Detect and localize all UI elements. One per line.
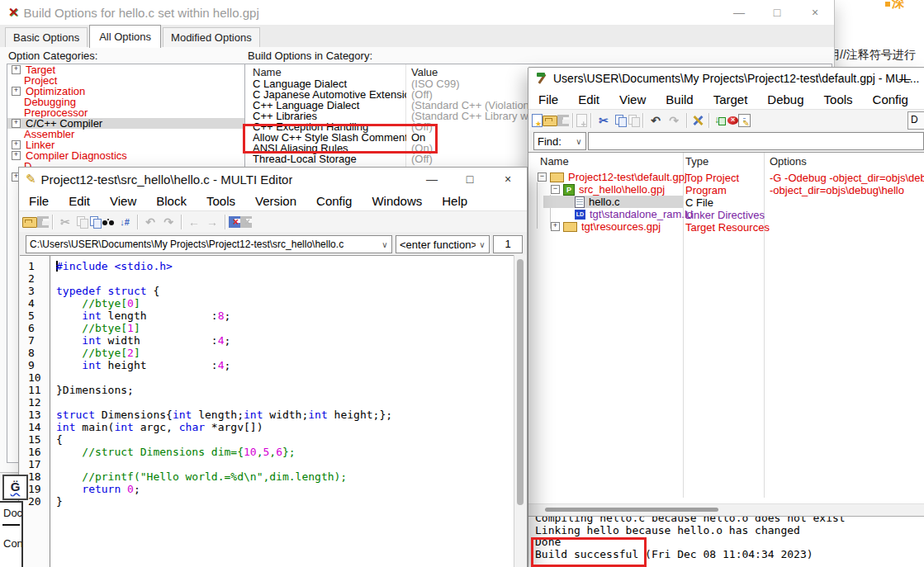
expand-icon[interactable]: + (12, 119, 21, 128)
tab-basic-options[interactable]: Basic Options (5, 27, 88, 47)
open-folder-icon[interactable] (22, 217, 37, 228)
menu-item-view[interactable]: View (100, 194, 146, 208)
build-icon[interactable] (690, 113, 705, 128)
menu-item-debug[interactable]: Debug (757, 92, 813, 106)
scrollbar-thumb[interactable] (517, 259, 524, 505)
tab-all-options[interactable]: All Options (89, 25, 161, 48)
toolbar-separator (52, 215, 53, 229)
expand-icon[interactable]: + (12, 65, 21, 74)
expand-icon[interactable]: − (551, 185, 560, 194)
doc-label: Doc (3, 507, 21, 519)
undo-icon[interactable]: ↶ (647, 112, 665, 129)
expand-icon[interactable]: + (551, 222, 560, 231)
minimize-button[interactable]: — (720, 6, 758, 19)
cut-icon[interactable]: ✂ (595, 112, 613, 129)
close-doc-icon (240, 216, 252, 228)
code-line: 12 (20, 395, 514, 407)
build-options-title: Build Options for hello.c set within hel… (24, 6, 259, 20)
open-folder-icon[interactable] (543, 116, 557, 126)
tree-horizontal-scrollbar[interactable] (528, 503, 924, 516)
save-icon (557, 115, 569, 126)
find-combo[interactable]: Find: ∨ (533, 132, 586, 150)
input-method-badge[interactable]: G̈ (2, 475, 28, 500)
corner-badge: 深 (885, 0, 904, 11)
option-value: (Off) (411, 153, 433, 165)
maximize-button[interactable]: □ (758, 6, 796, 19)
menu-item-file[interactable]: File (19, 194, 59, 208)
tree-row-tgt-resources-gpj[interactable]: +tgt\resources.gpjTarget Resources (528, 220, 924, 233)
find-icon[interactable] (101, 216, 116, 228)
close-button[interactable]: × (796, 6, 834, 19)
file-path-combo[interactable]: C:\Users\USER\Documents\My Projects\Proj… (26, 235, 392, 253)
goto-line-icon[interactable]: ↓# (116, 214, 134, 230)
maximize-button[interactable]: □ (451, 172, 489, 186)
menu-item-tools[interactable]: Tools (197, 194, 245, 208)
toolbar-overflow-button[interactable]: D (907, 111, 924, 130)
tab-modified-options[interactable]: Modified Options (163, 27, 260, 47)
tree-row-project12-test-default-gpj[interactable]: −Project12-test\default.gpjTop Project-G… (528, 171, 924, 183)
code-line: 17 (20, 456, 514, 469)
tree-row-tgt-standalone-ram-ld[interactable]: LDtgt\standalone_ram.ldLinker Directives (528, 208, 924, 220)
project-manager-window: Users\USER\Documents\My Projects\Project… (528, 68, 924, 567)
menu-item-target[interactable]: Target (704, 92, 758, 106)
menu-item-edit[interactable]: Edit (568, 92, 609, 106)
menu-item-config[interactable]: Config (863, 92, 918, 106)
expand-icon[interactable]: + (12, 87, 21, 96)
divider (2, 524, 20, 526)
copy-icon[interactable] (613, 114, 626, 127)
output-line: Linking hello because hello.o has change… (535, 525, 924, 537)
save-close-icon[interactable] (229, 216, 240, 228)
window-controls: — □ × (413, 168, 527, 191)
menu-item-version[interactable]: Version (245, 194, 306, 208)
menu-item-view[interactable]: View (609, 92, 656, 106)
menu-item-windows[interactable]: Windows (918, 92, 924, 106)
menu-item-config[interactable]: Config (306, 194, 362, 208)
build-options-icon: ✕ (8, 5, 19, 20)
forward-icon: → (203, 214, 221, 230)
edit-notepad-icon[interactable] (738, 114, 751, 127)
code-line: 11}Dimensions; (20, 382, 514, 395)
code-line: 18 //printf("Hello world.=%d\n",dim.leng… (20, 469, 514, 481)
menu-item-edit[interactable]: Edit (59, 194, 100, 208)
build-options-tabs: Basic OptionsAll OptionsModified Options (0, 25, 834, 48)
line-number-box[interactable]: 1 (493, 235, 523, 253)
editor-window: ✎ Project12-test\src_hello\hello.c - MUL… (19, 168, 527, 567)
category-row-compiler-diagnostics[interactable]: +Compiler Diagnostics (7, 150, 244, 161)
copy-icon (74, 215, 88, 229)
code-area[interactable]: 1#include <stdio.h>23typedef struct {4 /… (20, 255, 514, 567)
editor-vertical-scrollbar[interactable] (514, 255, 526, 567)
minimize-button[interactable]: — (886, 72, 924, 85)
menu-item-windows[interactable]: Windows (362, 194, 432, 208)
paste-icon[interactable] (88, 215, 101, 229)
toolbar-separator (590, 113, 591, 128)
chevron-down-icon: ∨ (476, 240, 489, 249)
tree-row-hello-c[interactable]: hello.cC File (528, 196, 924, 208)
close-button[interactable]: × (489, 172, 527, 186)
code-line: 4 //btye[0] (20, 295, 514, 308)
tree-item-label: tgt\standalone_ram.ld (590, 208, 693, 220)
function-combo[interactable]: <enter function> ∨ (396, 235, 490, 253)
menu-item-block[interactable]: Block (146, 194, 197, 208)
expand-icon[interactable]: + (12, 151, 21, 160)
tree-header-type: Type (685, 155, 708, 168)
menu-item-build[interactable]: Build (656, 92, 703, 106)
toolbar-separator (137, 215, 138, 229)
tree-type-cell: Top Project (685, 172, 739, 184)
code-line: 10 (20, 370, 514, 382)
menu-item-file[interactable]: File (528, 92, 568, 106)
expand-icon[interactable]: + (12, 140, 21, 149)
expand-icon[interactable]: − (538, 172, 547, 182)
menu-item-help[interactable]: Help (432, 194, 477, 208)
project-tree[interactable]: Name Type Options −Project12-test\defaul… (528, 152, 924, 504)
menu-item-tools[interactable]: Tools (814, 92, 863, 106)
tree-row-src-hello-hello-gpj[interactable]: −Psrc_hello\hello.gpjProgram-object_dir=… (528, 183, 924, 196)
connect-icon[interactable] (713, 114, 727, 127)
editor-titlebar: ✎ Project12-test\src_hello\hello.c - MUL… (19, 168, 527, 191)
cut-icon: ✂ (56, 214, 74, 230)
minimize-button[interactable]: — (413, 172, 451, 186)
find-input[interactable] (588, 132, 924, 150)
undo-icon: ↶ (141, 214, 159, 230)
debug-bug-icon[interactable] (727, 116, 738, 125)
new-file-icon[interactable] (532, 114, 543, 127)
scrollbar-thumb[interactable] (545, 508, 718, 512)
